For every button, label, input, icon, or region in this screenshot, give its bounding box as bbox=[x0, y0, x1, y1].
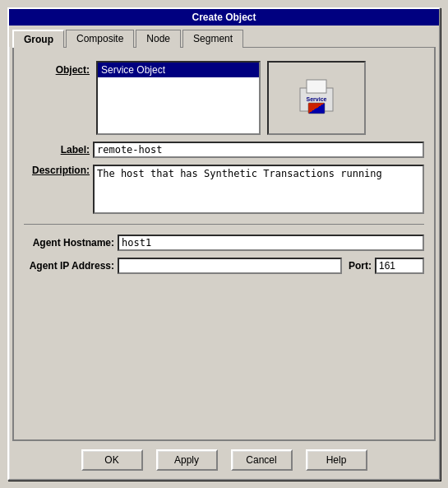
object-list[interactable]: Service Object bbox=[96, 61, 261, 135]
label-field-label: Label: bbox=[24, 144, 90, 156]
description-input[interactable]: The host that has Synthetic Transactions… bbox=[93, 165, 424, 214]
svg-text:Service: Service bbox=[307, 96, 327, 102]
port-input[interactable] bbox=[375, 258, 424, 274]
ok-label: OK bbox=[104, 454, 118, 466]
service-svg-icon: Service bbox=[295, 73, 338, 123]
help-button[interactable]: Help bbox=[306, 449, 367, 471]
cancel-label: Cancel bbox=[246, 454, 276, 466]
object-list-item[interactable]: Service Object bbox=[98, 63, 259, 77]
label-row: Label: bbox=[24, 142, 424, 158]
agent-ip-input[interactable] bbox=[118, 258, 342, 274]
apply-label: Apply bbox=[174, 454, 199, 466]
agent-hostname-row: Agent Hostname: bbox=[24, 235, 424, 251]
tab-group[interactable]: Group bbox=[12, 30, 64, 48]
tab-composite[interactable]: Composite bbox=[66, 30, 134, 48]
port-label: Port: bbox=[349, 260, 372, 272]
description-row: Description: The host that has Synthetic… bbox=[24, 165, 424, 214]
svg-rect-3 bbox=[308, 103, 325, 114]
button-bar: OK Apply Cancel Help bbox=[9, 441, 439, 479]
label-input[interactable] bbox=[93, 142, 424, 158]
svg-rect-1 bbox=[307, 80, 326, 93]
tab-node[interactable]: Node bbox=[136, 30, 181, 48]
service-icon: Service bbox=[295, 73, 338, 123]
window-title: Create Object bbox=[192, 12, 256, 23]
apply-button[interactable]: Apply bbox=[156, 449, 218, 471]
tab-content: Object: Service Object Service bbox=[12, 47, 436, 441]
ok-button[interactable]: OK bbox=[81, 449, 143, 471]
spacer bbox=[24, 281, 424, 433]
object-preview: Service bbox=[267, 61, 366, 135]
separator bbox=[24, 224, 424, 225]
tab-segment[interactable]: Segment bbox=[182, 30, 243, 48]
agent-hostname-input[interactable] bbox=[118, 235, 424, 251]
agent-hostname-label: Agent Hostname: bbox=[24, 237, 114, 249]
object-row: Object: Service Object Service bbox=[24, 61, 424, 135]
agent-ip-row: Agent IP Address: Port: bbox=[24, 258, 424, 274]
tab-strip: Group Composite Node Segment bbox=[9, 26, 439, 47]
description-field-label: Description: bbox=[24, 165, 90, 176]
cancel-button[interactable]: Cancel bbox=[231, 449, 293, 471]
help-label: Help bbox=[326, 454, 347, 466]
title-bar: Create Object bbox=[9, 9, 439, 26]
create-object-window: Create Object Group Composite Node Segme… bbox=[7, 7, 441, 481]
agent-ip-label: Agent IP Address: bbox=[24, 260, 114, 272]
object-field-label: Object: bbox=[24, 61, 90, 76]
